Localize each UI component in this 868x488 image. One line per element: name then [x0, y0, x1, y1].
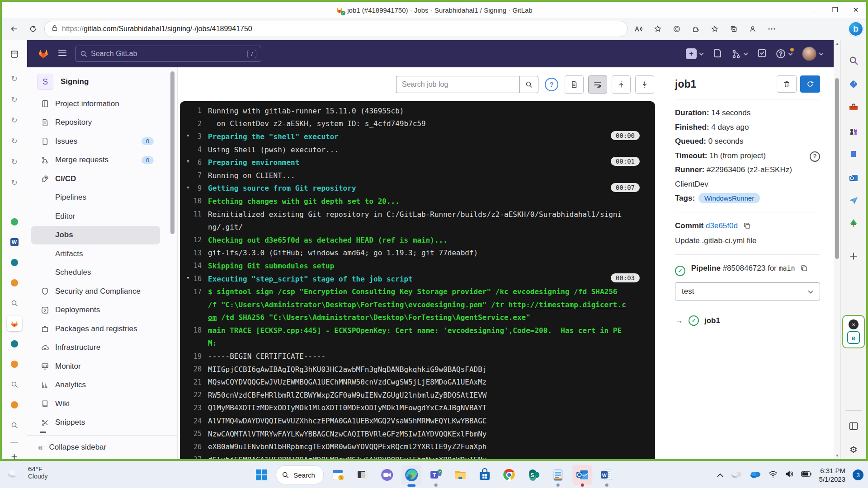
battery-icon[interactable] — [801, 471, 812, 479]
vertical-tab-search[interactable] — [7, 377, 22, 392]
games-icon[interactable] — [845, 123, 862, 140]
sidebar-item-packages-and-registries[interactable]: Packages and registries — [31, 319, 160, 338]
extensions-icon[interactable] — [688, 21, 703, 37]
shopping-icon[interactable] — [845, 76, 862, 93]
vertical-tab-word[interactable]: W — [7, 235, 22, 250]
drop-icon[interactable] — [845, 192, 862, 209]
help-menu-button[interactable] — [776, 49, 793, 59]
erase-job-log-button[interactable] — [777, 75, 797, 93]
new-menu-button[interactable]: + — [686, 48, 704, 59]
vertical-tab-sleeping[interactable]: ↻ — [7, 154, 22, 169]
onedrive-icon[interactable] — [750, 470, 761, 480]
notepad-icon[interactable] — [548, 465, 568, 485]
vertical-tab-search[interactable] — [7, 296, 22, 311]
log-line-number[interactable]: 19 — [180, 352, 208, 361]
favorites-icon[interactable] — [707, 21, 722, 37]
notification-count-badge[interactable]: 3 — [853, 469, 863, 480]
log-line-number[interactable]: 9 — [180, 184, 208, 192]
clock-widget[interactable]: 6:31 PM 5/1/2023 — [819, 466, 845, 483]
pipeline-id[interactable]: #850846723 for — [723, 264, 777, 272]
tree-icon[interactable] — [845, 215, 862, 231]
sidebar-settings-gear-icon[interactable]: ⚙ — [845, 441, 862, 458]
word-icon[interactable]: W — [597, 465, 617, 485]
microsoft-365-icon[interactable] — [845, 146, 862, 162]
lock-icon[interactable] — [51, 24, 58, 33]
collapse-section-icon[interactable]: ▾ — [186, 132, 193, 139]
sidebar-item-security-and-compliance[interactable]: Security and Compliance — [31, 282, 160, 301]
log-help-icon[interactable]: ? — [545, 78, 558, 91]
copy-commit-sha-icon[interactable] — [744, 220, 750, 234]
add-sidebar-item-icon[interactable] — [845, 248, 862, 264]
outlook-sidebar-icon[interactable] — [845, 170, 862, 186]
log-line-text[interactable]: Getting source from Git repository — [208, 184, 655, 192]
scrollbar-down-arrow[interactable]: ▼ — [834, 454, 840, 458]
sidebar-scrollbar[interactable] — [170, 71, 175, 234]
log-line-number[interactable]: 6 — [180, 159, 208, 167]
log-line-number[interactable]: 4 — [180, 145, 208, 154]
scrollbar-up-arrow[interactable]: ▲ — [834, 42, 840, 46]
tray-chevron-up-icon[interactable] — [717, 471, 723, 479]
log-line-number[interactable]: 22 — [180, 391, 208, 399]
vertical-tab-sleeping[interactable]: ↻ — [7, 175, 22, 190]
retry-job-button[interactable] — [800, 75, 820, 93]
log-line-number[interactable]: 1 — [180, 107, 208, 115]
sharepoint-icon[interactable]: S — [524, 465, 543, 485]
sidebar-item-monitor[interactable]: Monitor — [31, 357, 160, 376]
weather-widget[interactable]: 64°F Cloudy — [6, 465, 48, 480]
bing-chat-icon[interactable]: b — [848, 21, 863, 37]
capture-app-icon[interactable]: e — [847, 331, 860, 344]
wrap-lines-toggle[interactable] — [588, 75, 607, 94]
wifi-icon[interactable] — [769, 470, 778, 479]
log-line-number[interactable]: 27 — [180, 455, 208, 459]
todos-nav-icon[interactable] — [757, 48, 767, 60]
page-scrollbar-thumb[interactable] — [835, 78, 839, 259]
log-line-number[interactable]: 24 — [180, 417, 208, 425]
volume-icon[interactable] — [785, 470, 794, 479]
sidebar-item-analytics[interactable]: Analytics — [31, 376, 160, 395]
sidebar-item-ci-cd[interactable]: CI/CD — [31, 169, 160, 188]
sidebar-item-pipelines[interactable]: Pipelines — [31, 188, 160, 207]
more-menu-icon[interactable] — [764, 21, 779, 37]
pipeline-branch[interactable]: main — [779, 264, 795, 272]
vertical-tab-orange[interactable] — [7, 275, 22, 291]
read-aloud-icon[interactable] — [631, 21, 646, 37]
log-line-number[interactable]: 20 — [180, 365, 208, 373]
log-line-text[interactable]: Preparing environment — [208, 158, 655, 167]
commit-sha-link[interactable]: d3e65f0d — [706, 221, 738, 230]
log-line-text[interactable]: Executing "step_script" stage of the job… — [208, 275, 655, 283]
chrome-icon[interactable] — [499, 465, 519, 485]
gitlab-logo-icon[interactable] — [37, 47, 50, 61]
log-line-number[interactable]: 7 — [180, 171, 208, 179]
collections-icon[interactable] — [726, 21, 741, 37]
log-line-number[interactable]: 25 — [180, 430, 208, 438]
vertical-tab-gitlab-active[interactable] — [7, 316, 22, 331]
sidebar-item-infrastructure[interactable]: Infrastructure — [31, 338, 160, 357]
log-line-number[interactable]: 23 — [180, 404, 208, 412]
profile-avatar-icon[interactable] — [745, 21, 760, 37]
scroll-to-bottom-button[interactable] — [635, 75, 654, 94]
issues-nav-icon[interactable] — [713, 48, 722, 60]
log-line-number[interactable]: 21 — [180, 378, 208, 386]
taskbar-search[interactable]: Search — [276, 465, 324, 484]
related-job-row[interactable]: → ✓ job1 — [675, 315, 820, 326]
hamburger-menu-icon[interactable] — [58, 49, 67, 58]
window-close-button[interactable]: ✕ — [845, 2, 866, 18]
sidebar-item-merge-requests[interactable]: Merge requests0 — [31, 151, 160, 170]
sidebar-item-issues[interactable]: Issues0 — [31, 132, 160, 151]
vertical-tab-orange[interactable] — [7, 397, 22, 413]
file-explorer-icon[interactable] — [450, 465, 470, 485]
merge-requests-nav-button[interactable] — [731, 49, 748, 59]
log-line-number[interactable]: 14 — [180, 262, 208, 270]
log-line-number[interactable]: 13 — [180, 249, 208, 257]
project-header[interactable]: S Signing — [37, 74, 177, 90]
vertical-tab-sleeping[interactable]: ↻ — [7, 133, 22, 149]
vertical-tab-teal[interactable] — [7, 336, 22, 352]
log-line-number[interactable]: 11 — [180, 210, 208, 218]
refresh-button[interactable] — [25, 21, 41, 37]
show-raw-log-button[interactable] — [565, 75, 584, 94]
sidebar-item-wiki[interactable]: Wiki — [31, 394, 160, 413]
video-chat-icon[interactable] — [377, 465, 397, 485]
job-log-search-button[interactable] — [519, 76, 538, 93]
scroll-to-top-button[interactable] — [612, 75, 631, 94]
vertical-tab-sleeping[interactable]: ↻ — [7, 92, 22, 107]
